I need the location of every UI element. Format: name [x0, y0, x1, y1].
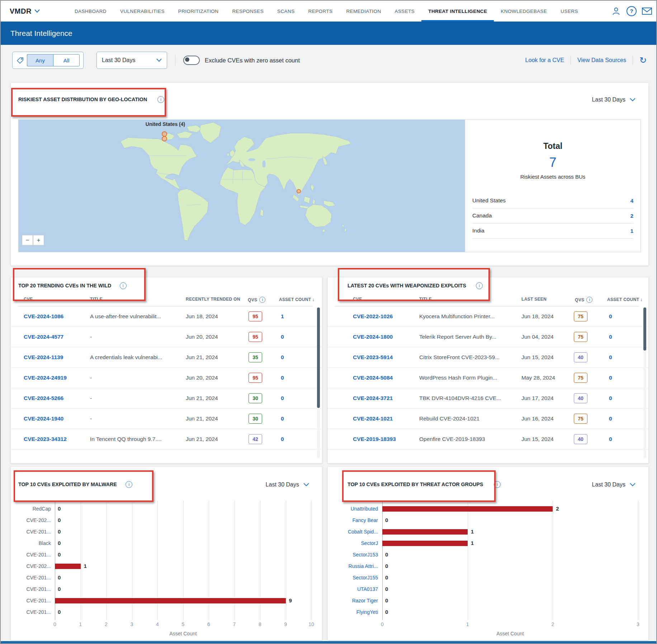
time-range-select[interactable]: Last 30 Days	[96, 52, 167, 69]
divider	[571, 56, 571, 65]
sort-descending-icon[interactable]: ↓	[312, 297, 315, 302]
scrollbar-thumb[interactable]	[317, 307, 320, 408]
nav-item-prioritization[interactable]: PRIORITIZATION	[171, 1, 226, 22]
country-name: India	[472, 227, 485, 234]
zoom-in-button[interactable]: +	[33, 235, 44, 245]
cve-date: Jun 15, 2024	[521, 347, 554, 367]
cve-date: Jun 20, 2024	[186, 327, 218, 347]
nav-item-knowledgebase[interactable]: KNOWLEDGEBASE	[494, 1, 554, 22]
world-map-canvas	[18, 119, 465, 252]
map-marker[interactable]	[162, 136, 167, 141]
info-icon[interactable]: i	[494, 481, 501, 488]
chart-row: CVE-201...9	[11, 595, 322, 606]
cve-link[interactable]: CVE-2024-3721	[353, 388, 393, 408]
scrollbar	[317, 307, 320, 458]
cve-link[interactable]: CVE-2022-1026	[353, 306, 393, 326]
sort-descending-icon[interactable]: ↓	[640, 297, 643, 302]
category-label[interactable]: SectorJ	[328, 537, 378, 549]
cve-link[interactable]: CVE-2019-18393	[353, 429, 396, 449]
asset-count: 0	[281, 388, 284, 408]
nav-item-reports[interactable]: REPORTS	[302, 1, 340, 22]
category-label[interactable]: UTA0137	[328, 583, 378, 595]
chevron-down-icon	[303, 483, 309, 486]
view-data-sources-link[interactable]: View Data Sources	[577, 57, 626, 64]
cve-date: Jun 18, 2024	[186, 306, 218, 326]
cve-link[interactable]: CVE-2024-1800	[353, 327, 393, 347]
scrollbar-thumb[interactable]	[643, 307, 646, 351]
info-icon[interactable]: i	[586, 297, 592, 303]
info-icon[interactable]: i	[126, 481, 132, 488]
nav-item-users[interactable]: USERS	[554, 1, 585, 22]
chevron-down-icon	[156, 58, 162, 62]
info-icon[interactable]: i	[157, 96, 164, 103]
category-label[interactable]: Fancy Bear	[328, 514, 378, 526]
cve-link[interactable]: CVE-2024-1940	[24, 409, 63, 429]
info-icon[interactable]: i	[259, 297, 265, 303]
column-header-title: TITLE	[419, 297, 432, 302]
chart-row: CVE-202...0	[11, 514, 322, 526]
category-label: RedCap	[11, 503, 51, 514]
chart-row: UTA01370	[328, 583, 648, 595]
column-header-date: RECENTLY TRENDED ON	[186, 297, 240, 302]
info-icon[interactable]: i	[476, 282, 483, 289]
nav-item-scans[interactable]: SCANS	[270, 1, 302, 22]
info-icon[interactable]: i	[120, 282, 127, 289]
cve-link[interactable]: CVE-2024-4577	[24, 327, 63, 347]
cve-link[interactable]: CVE-2024-5084	[353, 368, 393, 388]
tag-all-button[interactable]: All	[53, 54, 80, 66]
table-row: CVE-2024-1021Rebuild CVE-2024-1021Jun 16…	[328, 409, 648, 429]
category-label[interactable]: SectorJ155	[328, 572, 378, 583]
look-for-cve-link[interactable]: Look for a CVE	[525, 57, 564, 64]
map-marker[interactable]	[297, 189, 301, 193]
cve-date: May 28, 2024	[521, 368, 555, 388]
refresh-icon[interactable]: ↻	[639, 56, 647, 65]
cve-link[interactable]: CVE-2023-5914	[353, 347, 393, 367]
category-label: CVE-202...	[11, 560, 51, 572]
malware-time-range-select[interactable]: Last 30 Days	[266, 481, 309, 488]
cve-link[interactable]: CVE-2023-34312	[24, 429, 67, 449]
nav-item-dashboard[interactable]: DASHBOARD	[68, 1, 113, 22]
category-label: CVE-201...	[11, 572, 51, 583]
category-label[interactable]: Unattributed	[328, 503, 378, 514]
bar	[55, 598, 286, 603]
mail-icon[interactable]	[642, 6, 652, 16]
category-label[interactable]: Razor Tiger	[328, 595, 378, 606]
weaponized-cves-panel: LATEST 20 CVEs WITH WEAPONIZED EXPLOITSi…	[327, 277, 649, 464]
help-icon[interactable]: ?	[627, 6, 637, 16]
world-map[interactable]: United States (4) − +	[18, 119, 465, 252]
nav-item-threat-intelligence[interactable]: THREAT INTELLIGENCE	[421, 1, 494, 22]
value-label: 0	[58, 583, 61, 595]
cve-link[interactable]: CVE-2024-1021	[353, 409, 393, 429]
cve-link[interactable]: CVE-2024-1086	[24, 306, 63, 326]
nav-item-responses[interactable]: RESPONSES	[225, 1, 270, 22]
category-label[interactable]: Cobalt Spid...	[328, 526, 378, 537]
value-label: 2	[556, 503, 559, 514]
cve-link[interactable]: CVE-2024-5266	[24, 388, 63, 408]
nav-item-vulnerabilities[interactable]: VULNERABILITIES	[113, 1, 171, 22]
user-icon[interactable]	[611, 6, 621, 16]
qvs-badge: 30	[249, 414, 262, 424]
cve-link[interactable]: CVE-2024-24919	[24, 368, 67, 388]
zoom-out-button[interactable]: −	[22, 235, 33, 245]
column-header-asset-count: ASSET COUNT↓	[607, 297, 643, 302]
cve-title: -	[90, 388, 92, 408]
cve-title: Kyocera Multifunction Printer...	[419, 306, 495, 326]
cve-link[interactable]: CVE-2024-1139	[24, 347, 63, 367]
exclude-zero-assets-toggle[interactable]	[183, 56, 200, 65]
tag-any-button[interactable]: Any	[27, 54, 53, 66]
category-label[interactable]: FlyingYeti	[328, 606, 378, 618]
category-label[interactable]: SectorJ153	[328, 549, 378, 560]
category-label[interactable]: Russia Attri...	[328, 560, 378, 572]
nav-item-assets[interactable]: ASSETS	[388, 1, 422, 22]
table-row: CVE-2022-1026Kyocera Multifunction Print…	[328, 306, 648, 327]
country-count: 1	[630, 228, 633, 234]
nav-item-remediation[interactable]: REMEDIATION	[339, 1, 388, 22]
chart-row: CVE-201...0	[11, 583, 322, 595]
geo-time-range-select[interactable]: Last 30 Days	[592, 97, 635, 103]
cve-title: Openfire CVE-2019-18393	[419, 429, 485, 449]
table-row: CVE-2019-18393Openfire CVE-2019-18393Jun…	[328, 429, 648, 450]
vmdr-module-selector[interactable]: VMDR	[10, 1, 40, 22]
actors-time-range-select[interactable]: Last 30 Days	[592, 481, 635, 488]
bottom-window-edge	[1, 641, 656, 644]
value-label: 0	[385, 549, 388, 560]
